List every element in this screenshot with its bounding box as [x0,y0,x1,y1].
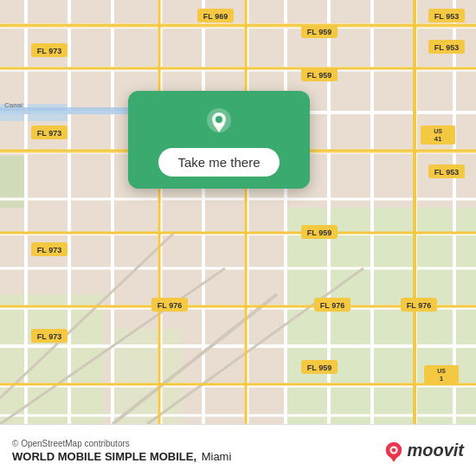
svg-text:41: 41 [434,135,442,143]
take-me-there-button[interactable]: Take me there [158,148,279,177]
svg-text:FL 973: FL 973 [37,129,61,138]
svg-point-84 [215,116,222,123]
svg-text:FL 973: FL 973 [37,332,61,341]
moovit-logo[interactable]: moovit [384,440,464,462]
location-popup: Take me there [128,91,310,189]
svg-text:FL 959: FL 959 [307,228,331,237]
map-background: FL 953 FL 953 FL 953 FL 969 FL 959 FL 95… [0,0,476,424]
svg-text:FL 953: FL 953 [434,43,459,52]
svg-text:FL 976: FL 976 [158,301,182,310]
svg-text:FL 959: FL 959 [307,28,331,36]
bottom-info: © OpenStreetMap contributors WORLD MOBIL… [12,439,231,463]
svg-text:FL 973: FL 973 [37,246,61,254]
svg-text:FL 969: FL 969 [203,12,228,21]
svg-text:FL 973: FL 973 [37,47,61,55]
place-name-text: WORLD MOBILE SIMPLE MOBILE, [12,450,196,463]
location-pin-icon [203,106,235,139]
svg-text:FL 953: FL 953 [434,12,459,21]
osm-attribution: © OpenStreetMap contributors [12,439,231,448]
svg-rect-2 [286,208,476,424]
svg-text:Canal: Canal [4,101,23,109]
svg-text:US: US [437,368,446,374]
svg-text:FL 976: FL 976 [407,301,431,310]
svg-text:FL 953: FL 953 [434,168,459,177]
bottom-bar: © OpenStreetMap contributors WORLD MOBIL… [0,424,476,476]
place-name: WORLD MOBILE SIMPLE MOBILE, Miami [12,450,231,463]
moovit-brand-text: moovit [407,441,464,460]
svg-text:FL 959: FL 959 [307,363,331,372]
svg-point-89 [392,447,396,452]
svg-text:FL 976: FL 976 [320,301,344,310]
svg-text:US: US [434,128,442,134]
map-container[interactable]: FL 953 FL 953 FL 953 FL 969 FL 959 FL 95… [0,0,476,424]
svg-text:1: 1 [440,375,444,383]
place-city-text: Miami [202,450,232,463]
moovit-pin-icon [384,440,403,462]
svg-marker-87 [389,454,399,461]
svg-text:FL 959: FL 959 [307,71,331,80]
